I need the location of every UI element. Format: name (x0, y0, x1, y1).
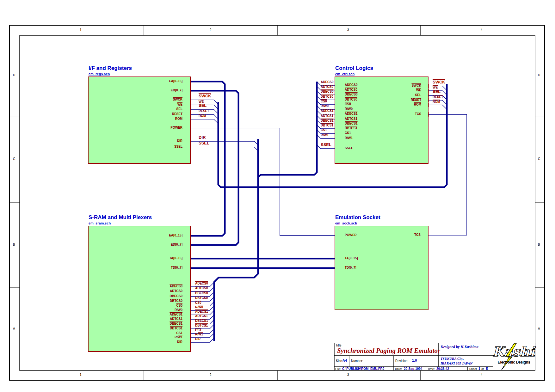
pin-label: DIR (135, 139, 182, 143)
net-label-text: DIR (195, 337, 200, 341)
block-title-sram: S-RAM and Multi Plexers (89, 214, 152, 221)
net-label-text: R/ (195, 305, 198, 309)
designed-by: Designed by H.Kashima (441, 345, 478, 349)
pin-label-overbar-text: RESET (172, 112, 182, 116)
net-label: SEL (433, 89, 486, 94)
pin-label-text: R/ (175, 335, 178, 339)
pin-label: DBTCS0 (135, 299, 182, 303)
pin-label-overbar-text: DBTCS0 (170, 299, 182, 303)
net-label-overbar-text: RESET (199, 109, 209, 113)
net-label: DBTCS1 (195, 324, 249, 328)
net-label-overbar-text: ADECS1 (195, 310, 208, 313)
size-label: Size: (336, 359, 343, 363)
zone-row-label: D (538, 73, 540, 77)
pin-label-text: SSEL (174, 145, 182, 148)
net-label-overbar-text: DBECS0 (195, 291, 208, 295)
net-label-overbar-text: DBECS1 (195, 319, 208, 322)
sheet-label: Sheet (469, 367, 477, 371)
pin-label: SEL (135, 107, 182, 111)
net-label-text: SEL (199, 103, 207, 108)
net-label: DIR (195, 337, 249, 341)
net-label-overbar-text: ADECS1 (321, 109, 334, 113)
block-file-control-logics[interactable]: em_ctrl.sch (335, 72, 355, 76)
pin-label-text: R/ (175, 308, 178, 312)
zone-row-label: A (538, 327, 540, 330)
net-label-overbar-text: CS0 (321, 100, 327, 103)
pin-label-overbar-text: ROM (414, 103, 421, 106)
pin-label: TCS (373, 233, 421, 237)
pin-label: EA[0..15] (135, 79, 182, 83)
sheet-number: 1 (478, 367, 480, 371)
net-label-text: SSEL (321, 142, 331, 147)
schematic-sheet: Kashi 1 2 3 4 1 2 3 4 D C B A D C B A I/… (0, 0, 555, 392)
pin-label: DIR (135, 340, 182, 344)
pin-label-overbar-text: WE (177, 103, 182, 106)
net-label: ADTCS0 (321, 85, 374, 89)
pin-label: RESET (135, 112, 182, 116)
net-label-overbar-text: W1 (324, 133, 329, 137)
net-label: CS0 (321, 100, 374, 103)
net-label: SWCK (433, 80, 486, 84)
net-label: DBTCS1 (321, 124, 374, 127)
net-label-overbar-text: ADTCS1 (195, 314, 208, 318)
net-label-text: R/ (321, 133, 324, 137)
zone-row-label: B (13, 243, 15, 246)
pin-label: R/W0 (135, 308, 182, 312)
pin-label: ADTCS1 (135, 317, 182, 321)
net-label: DBECS0 (195, 291, 249, 295)
net-label: DBTCS0 (321, 95, 374, 99)
net-label: ADECS1 (321, 109, 374, 113)
net-label-overbar-text: RESET (433, 95, 443, 99)
net-label: DBTCS0 (195, 296, 249, 300)
net-label: ADTCS1 (195, 314, 249, 318)
net-label-overbar-text: W1 (198, 333, 203, 336)
net-label-overbar-text: ADECS0 (195, 282, 208, 285)
pin-label: TA[0..15] (345, 256, 392, 260)
net-label: DBECS1 (195, 319, 249, 323)
pin-label: ADTCS0 (135, 289, 182, 293)
pin-label: SWCK (135, 98, 182, 101)
pin-label: R/W1 (135, 335, 182, 339)
pin-label-overbar-text: DBECS1 (170, 322, 182, 325)
date-value: 20-Sep-1994 (404, 367, 422, 371)
block-file-if-registers[interactable]: em_regs.sch (89, 72, 110, 76)
pin-label-overbar-text: TCS (414, 233, 421, 236)
pin-label-overbar-text: CS1 (176, 331, 182, 335)
pin-label-text: SEL (176, 107, 182, 111)
logo-art: Kashi (492, 343, 536, 370)
pin-label-text: TD[0..7] (171, 266, 182, 269)
block-file-sram[interactable]: em_sram.sch (89, 221, 111, 225)
zone-row-label: B (538, 243, 540, 246)
address-line2: IBARAKI 305 JAPAN (441, 361, 472, 365)
net-label-overbar-text: DBECS1 (321, 119, 334, 122)
net-label-overbar-text: DBTCS1 (195, 324, 208, 327)
net-label-overbar-text: DBTCS0 (195, 296, 208, 300)
net-label-text: R/ (321, 104, 324, 108)
net-label-overbar-text: ADTCS0 (321, 85, 333, 89)
pin-label: TA[0..15] (135, 256, 182, 260)
block-file-emulation-socket[interactable]: em_sock.sch (335, 221, 357, 225)
net-label-overbar-text: ROM (433, 100, 440, 103)
net-label-text: DIR (199, 135, 206, 140)
pin-label: POWER (135, 126, 182, 130)
pin-label-overbar-text: ADTCS1 (170, 317, 182, 321)
net-label: ADTCS1 (321, 114, 374, 118)
net-label: ADECS1 (195, 310, 249, 314)
pin-label-text: TA[0..15] (345, 256, 358, 260)
pin-label: SSEL (135, 145, 182, 149)
revision-value: 1.0 (412, 358, 417, 362)
net-label-overbar-text: SWCK (433, 80, 445, 84)
block-title-if-registers: I/F and Registers (89, 65, 132, 71)
zone-col-label: 4 (481, 373, 483, 377)
pin-label-overbar-text: W0 (178, 308, 182, 312)
pin-label: WE (135, 103, 182, 107)
pin-label-text: TD[0..7] (345, 266, 356, 269)
zone-row-label: D (13, 73, 15, 77)
pin-label-overbar-text: ROM (175, 117, 182, 120)
pin-label: CS0 (135, 304, 182, 308)
net-label-overbar-text: ADECS0 (321, 80, 334, 84)
net-label-overbar-text: CS0 (195, 301, 201, 304)
net-label-text: SSEL (199, 141, 209, 145)
pin-label-overbar-text: SWCK (173, 98, 182, 101)
net-label: ROM (433, 100, 486, 104)
